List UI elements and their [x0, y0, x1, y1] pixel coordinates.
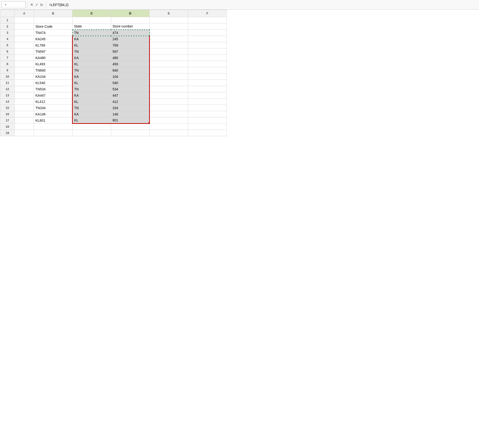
cell-A12[interactable]	[15, 86, 34, 92]
cell-C12[interactable]: TN	[73, 86, 111, 92]
cancel-icon[interactable]: ✕	[30, 2, 33, 7]
cell-B19[interactable]	[34, 130, 73, 136]
cell-B9[interactable]: TN840	[34, 67, 73, 74]
cell-D17[interactable]: 801	[111, 117, 150, 124]
cell-F5[interactable]	[188, 42, 227, 48]
cell-C3[interactable]: TN	[73, 30, 111, 36]
cell-B1[interactable]	[34, 17, 73, 23]
cell-F3[interactable]	[188, 30, 227, 36]
cell-F13[interactable]	[188, 92, 227, 99]
cell-D4[interactable]: 245	[111, 36, 150, 42]
cell-D8[interactable]: 493	[111, 61, 150, 67]
cell-B11[interactable]: KL540	[34, 80, 73, 86]
cell-A18[interactable]	[15, 124, 34, 130]
cell-A14[interactable]	[15, 99, 34, 105]
cell-E16[interactable]	[150, 111, 188, 117]
cell-E15[interactable]	[150, 105, 188, 111]
cell-C7[interactable]: KA	[73, 55, 111, 61]
cell-A4[interactable]	[15, 36, 34, 42]
cell-E10[interactable]	[150, 74, 188, 80]
cell-A7[interactable]	[15, 55, 34, 61]
col-header-e[interactable]: E	[150, 10, 188, 17]
cell-A6[interactable]	[15, 48, 34, 55]
cell-A11[interactable]	[15, 80, 34, 86]
cell-E2[interactable]	[150, 23, 188, 30]
cell-D12[interactable]: 534	[111, 86, 150, 92]
cell-C14[interactable]: KL	[73, 99, 111, 105]
col-header-b[interactable]: B	[34, 10, 73, 17]
cell-F2[interactable]	[188, 23, 227, 30]
cell-E1[interactable]	[150, 17, 188, 23]
cell-E9[interactable]	[150, 67, 188, 74]
confirm-icon[interactable]: ✓	[35, 2, 38, 7]
cell-F16[interactable]	[188, 111, 227, 117]
cell-B13[interactable]: KA447	[34, 92, 73, 99]
cell-B8[interactable]: KL493	[34, 61, 73, 67]
cell-E6[interactable]	[150, 48, 188, 55]
cell-D13[interactable]: 447	[111, 92, 150, 99]
cell-B12[interactable]: TN534	[34, 86, 73, 92]
cell-A2[interactable]	[15, 23, 34, 30]
cell-B10[interactable]: KA104	[34, 74, 73, 80]
col-header-c[interactable]: C	[73, 10, 111, 17]
col-header-d[interactable]: D	[111, 10, 150, 17]
cell-D6[interactable]: 597	[111, 48, 150, 55]
cell-F19[interactable]	[188, 130, 227, 136]
cell-D5[interactable]: 769	[111, 42, 150, 48]
cell-F15[interactable]	[188, 105, 227, 111]
cell-F11[interactable]	[188, 80, 227, 86]
cell-E4[interactable]	[150, 36, 188, 42]
cell-F17[interactable]	[188, 117, 227, 124]
col-header-a[interactable]: A	[15, 10, 34, 17]
cell-A1[interactable]	[15, 17, 34, 23]
cell-C13[interactable]: KA	[73, 92, 111, 99]
cell-E8[interactable]	[150, 61, 188, 67]
cell-C8[interactable]: KL	[73, 61, 111, 67]
cell-F14[interactable]	[188, 99, 227, 105]
cell-A15[interactable]	[15, 105, 34, 111]
cell-F6[interactable]	[188, 48, 227, 55]
cell-E14[interactable]	[150, 99, 188, 105]
cell-D7[interactable]: 480	[111, 55, 150, 61]
cell-E7[interactable]	[150, 55, 188, 61]
cell-B5[interactable]: KL769	[34, 42, 73, 48]
formula-input[interactable]	[48, 2, 478, 7]
cell-F9[interactable]	[188, 67, 227, 74]
cell-B7[interactable]: KA480	[34, 55, 73, 61]
cell-D9[interactable]: 840	[111, 67, 150, 74]
cell-F10[interactable]	[188, 74, 227, 80]
cell-D15[interactable]: 334	[111, 105, 150, 111]
cell-B2[interactable]: Store Code	[34, 23, 73, 30]
cell-B15[interactable]: TN334	[34, 105, 73, 111]
cell-A5[interactable]	[15, 42, 34, 48]
cell-D18[interactable]	[111, 124, 150, 130]
cell-E18[interactable]	[150, 124, 188, 130]
cell-F12[interactable]	[188, 86, 227, 92]
cell-B3[interactable]: TN474	[34, 30, 73, 36]
cell-D1[interactable]	[111, 17, 150, 23]
cell-B6[interactable]: TN597	[34, 48, 73, 55]
cell-E12[interactable]	[150, 86, 188, 92]
cell-D19[interactable]	[111, 130, 150, 136]
cell-D16[interactable]: 146	[111, 111, 150, 117]
cell-F7[interactable]	[188, 55, 227, 61]
cell-F4[interactable]	[188, 36, 227, 42]
cell-A13[interactable]	[15, 92, 34, 99]
cell-D3[interactable]: 474	[111, 30, 150, 36]
cell-A16[interactable]	[15, 111, 34, 117]
cell-C2[interactable]: State	[73, 23, 111, 30]
cell-D11[interactable]: 540	[111, 80, 150, 86]
cell-D14[interactable]: 412	[111, 99, 150, 105]
cell-C9[interactable]: TN	[73, 67, 111, 74]
cell-C16[interactable]: KA	[73, 111, 111, 117]
cell-A9[interactable]	[15, 67, 34, 74]
cell-A3[interactable]	[15, 30, 34, 36]
cell-B18[interactable]	[34, 124, 73, 130]
cell-C11[interactable]: KL	[73, 80, 111, 86]
cell-C1[interactable]	[73, 17, 111, 23]
cell-F18[interactable]	[188, 124, 227, 130]
cell-C18[interactable]	[73, 124, 111, 130]
cell-E13[interactable]	[150, 92, 188, 99]
cell-C17[interactable]: KL	[73, 117, 111, 124]
name-box[interactable]: ▾	[1, 1, 26, 8]
